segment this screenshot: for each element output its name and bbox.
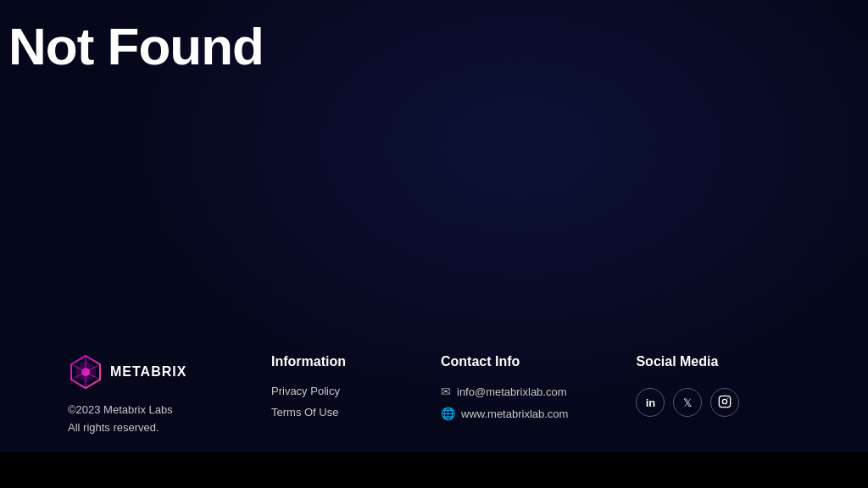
svg-point-7 [723, 400, 727, 404]
twitter-icon: 𝕏 [683, 396, 692, 409]
website-url: www.metabrixlab.com [461, 408, 568, 420]
svg-rect-6 [720, 396, 731, 408]
logo: METABRIX [68, 354, 186, 390]
instagram-button[interactable] [710, 388, 739, 417]
logo-text: METABRIX [110, 364, 186, 380]
email-icon: ✉ [441, 385, 451, 398]
information-column: Information Privacy Policy Terms Of Use [271, 354, 373, 427]
website-item: 🌐 www.metabrixlab.com [441, 407, 568, 420]
bottom-bar [0, 452, 868, 488]
email-item: ✉ info@metabrixlab.com [441, 385, 568, 398]
footer: METABRIX ©2023 Metabrix Labs All rights … [0, 354, 868, 437]
email-address: info@metabrixlab.com [457, 385, 567, 398]
social-heading: Social Media [636, 354, 739, 369]
copyright-year: ©2023 Metabrix Labs [68, 402, 173, 419]
social-icons-group: in 𝕏 [636, 388, 739, 417]
svg-point-5 [81, 368, 90, 376]
privacy-policy-link[interactable]: Privacy Policy [271, 385, 373, 397]
copyright: ©2023 Metabrix Labs All rights reserved. [68, 402, 173, 437]
all-rights: All rights reserved. [68, 419, 173, 437]
terms-of-use-link[interactable]: Terms Of Use [271, 406, 373, 419]
linkedin-icon: in [646, 396, 656, 409]
footer-brand: METABRIX ©2023 Metabrix Labs All rights … [68, 354, 203, 437]
instagram-icon [718, 395, 732, 410]
page-title: Not Found [0, 16, 264, 76]
svg-point-8 [727, 398, 728, 399]
contact-column: Contact Info ✉ info@metabrixlab.com 🌐 ww… [441, 354, 568, 429]
twitter-button[interactable]: 𝕏 [673, 388, 702, 417]
information-heading: Information [271, 354, 373, 369]
social-column: Social Media in 𝕏 [636, 354, 739, 417]
linkedin-button[interactable]: in [636, 388, 665, 417]
contact-heading: Contact Info [441, 354, 568, 369]
globe-icon: 🌐 [441, 407, 455, 420]
logo-icon [68, 354, 103, 390]
